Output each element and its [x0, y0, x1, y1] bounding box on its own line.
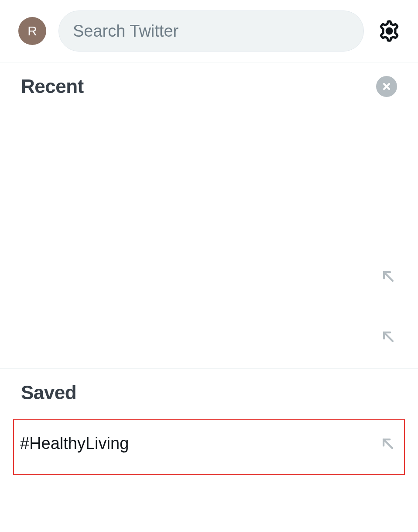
settings-button[interactable]	[376, 18, 402, 44]
recent-item-arrow[interactable]	[380, 328, 397, 345]
svg-line-5	[384, 439, 392, 448]
gear-icon	[377, 19, 401, 43]
arrow-upleft-icon	[381, 269, 396, 284]
svg-point-0	[387, 28, 392, 34]
saved-section: Saved #HealthyLiving	[0, 369, 418, 475]
recent-title: Recent	[21, 76, 84, 97]
svg-line-3	[384, 272, 393, 281]
recent-section: Recent	[0, 62, 418, 369]
avatar-initial: R	[27, 24, 37, 38]
search-container	[58, 10, 364, 52]
recent-header: Recent	[0, 62, 418, 106]
saved-item-text: #HealthyLiving	[20, 434, 129, 453]
saved-title: Saved	[21, 382, 397, 404]
saved-item[interactable]: #HealthyLiving	[13, 419, 405, 475]
saved-header: Saved	[0, 369, 418, 414]
clear-recent-button[interactable]	[376, 76, 397, 97]
close-icon	[382, 82, 391, 91]
header-bar: R	[0, 0, 418, 62]
arrow-upleft-icon	[381, 329, 396, 344]
svg-line-4	[384, 332, 393, 341]
arrow-upleft-icon	[380, 436, 395, 451]
avatar[interactable]: R	[18, 17, 46, 45]
saved-item-arrow[interactable]	[380, 436, 395, 451]
recent-body	[0, 106, 418, 368]
search-input[interactable]	[58, 10, 364, 52]
recent-item-arrow[interactable]	[380, 268, 397, 285]
